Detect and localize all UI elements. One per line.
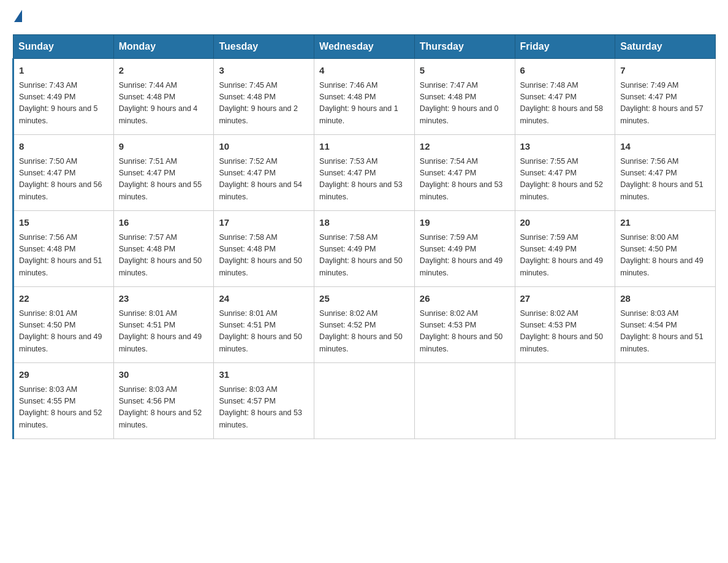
day-info: Sunrise: 8:03 AMSunset: 4:57 PMDaylight:… <box>219 384 309 432</box>
calendar-cell: 19Sunrise: 7:59 AMSunset: 4:49 PMDayligh… <box>414 211 515 287</box>
day-info: Sunrise: 7:59 AMSunset: 4:49 PMDaylight:… <box>520 232 610 280</box>
day-info: Sunrise: 8:00 AMSunset: 4:50 PMDaylight:… <box>620 232 710 280</box>
day-info: Sunrise: 8:01 AMSunset: 4:50 PMDaylight:… <box>19 308 108 356</box>
calendar-cell: 28Sunrise: 8:03 AMSunset: 4:54 PMDayligh… <box>615 287 716 363</box>
calendar-cell: 27Sunrise: 8:02 AMSunset: 4:53 PMDayligh… <box>515 287 615 363</box>
day-info: Sunrise: 7:56 AMSunset: 4:47 PMDaylight:… <box>620 156 710 204</box>
calendar-cell: 22Sunrise: 8:01 AMSunset: 4:50 PMDayligh… <box>13 287 114 363</box>
calendar-cell: 10Sunrise: 7:52 AMSunset: 4:47 PMDayligh… <box>214 135 314 211</box>
calendar-cell: 18Sunrise: 7:58 AMSunset: 4:49 PMDayligh… <box>314 211 415 287</box>
day-info: Sunrise: 8:03 AMSunset: 4:54 PMDaylight:… <box>620 308 710 356</box>
calendar-cell: 5Sunrise: 7:47 AMSunset: 4:48 PMDaylight… <box>414 59 515 135</box>
day-number: 26 <box>420 292 510 306</box>
day-number: 20 <box>520 216 610 230</box>
day-info: Sunrise: 7:49 AMSunset: 4:47 PMDaylight:… <box>620 80 710 128</box>
calendar-cell <box>414 363 515 439</box>
calendar-cell: 13Sunrise: 7:55 AMSunset: 4:47 PMDayligh… <box>515 135 615 211</box>
day-number: 7 <box>620 64 710 78</box>
page-header <box>12 12 716 22</box>
day-number: 17 <box>219 216 309 230</box>
day-info: Sunrise: 8:02 AMSunset: 4:52 PMDaylight:… <box>319 308 409 356</box>
day-info: Sunrise: 7:56 AMSunset: 4:48 PMDaylight:… <box>19 232 108 280</box>
col-header-thursday: Thursday <box>414 35 515 59</box>
day-number: 29 <box>19 368 108 382</box>
day-info: Sunrise: 7:43 AMSunset: 4:49 PMDaylight:… <box>19 80 108 128</box>
calendar-cell: 20Sunrise: 7:59 AMSunset: 4:49 PMDayligh… <box>515 211 615 287</box>
day-number: 30 <box>119 368 209 382</box>
day-info: Sunrise: 7:44 AMSunset: 4:48 PMDaylight:… <box>119 80 209 128</box>
day-number: 27 <box>520 292 610 306</box>
day-info: Sunrise: 8:02 AMSunset: 4:53 PMDaylight:… <box>520 308 610 356</box>
calendar-cell: 15Sunrise: 7:56 AMSunset: 4:48 PMDayligh… <box>13 211 114 287</box>
day-number: 15 <box>19 216 108 230</box>
logo <box>12 12 22 22</box>
calendar-cell: 29Sunrise: 8:03 AMSunset: 4:55 PMDayligh… <box>13 363 114 439</box>
calendar-cell: 21Sunrise: 8:00 AMSunset: 4:50 PMDayligh… <box>615 211 716 287</box>
calendar-cell: 14Sunrise: 7:56 AMSunset: 4:47 PMDayligh… <box>615 135 716 211</box>
calendar-week-1: 1Sunrise: 7:43 AMSunset: 4:49 PMDaylight… <box>13 59 716 135</box>
day-number: 16 <box>119 216 209 230</box>
day-info: Sunrise: 7:53 AMSunset: 4:47 PMDaylight:… <box>319 156 409 204</box>
day-info: Sunrise: 8:03 AMSunset: 4:55 PMDaylight:… <box>19 384 108 432</box>
day-number: 31 <box>219 368 309 382</box>
day-info: Sunrise: 7:45 AMSunset: 4:48 PMDaylight:… <box>219 80 309 128</box>
day-info: Sunrise: 7:59 AMSunset: 4:49 PMDaylight:… <box>420 232 510 280</box>
calendar-cell: 24Sunrise: 8:01 AMSunset: 4:51 PMDayligh… <box>214 287 314 363</box>
calendar-cell <box>615 363 716 439</box>
day-info: Sunrise: 7:58 AMSunset: 4:49 PMDaylight:… <box>319 232 409 280</box>
col-header-friday: Friday <box>515 35 615 59</box>
day-number: 18 <box>319 216 409 230</box>
day-number: 25 <box>319 292 409 306</box>
day-info: Sunrise: 8:01 AMSunset: 4:51 PMDaylight:… <box>219 308 309 356</box>
day-number: 8 <box>19 140 108 154</box>
day-number: 3 <box>219 64 309 78</box>
calendar-cell: 26Sunrise: 8:02 AMSunset: 4:53 PMDayligh… <box>414 287 515 363</box>
calendar-cell <box>515 363 615 439</box>
calendar-cell: 6Sunrise: 7:48 AMSunset: 4:47 PMDaylight… <box>515 59 615 135</box>
calendar-cell: 1Sunrise: 7:43 AMSunset: 4:49 PMDaylight… <box>13 59 114 135</box>
day-info: Sunrise: 7:55 AMSunset: 4:47 PMDaylight:… <box>520 156 610 204</box>
day-info: Sunrise: 7:46 AMSunset: 4:48 PMDaylight:… <box>319 80 409 128</box>
day-number: 6 <box>520 64 610 78</box>
day-info: Sunrise: 7:52 AMSunset: 4:47 PMDaylight:… <box>219 156 309 204</box>
day-number: 21 <box>620 216 710 230</box>
calendar-cell: 17Sunrise: 7:58 AMSunset: 4:48 PMDayligh… <box>214 211 314 287</box>
day-info: Sunrise: 7:47 AMSunset: 4:48 PMDaylight:… <box>420 80 510 128</box>
col-header-sunday: Sunday <box>13 35 114 59</box>
col-header-wednesday: Wednesday <box>314 35 415 59</box>
calendar-cell <box>314 363 415 439</box>
day-number: 28 <box>620 292 710 306</box>
calendar-week-5: 29Sunrise: 8:03 AMSunset: 4:55 PMDayligh… <box>13 363 716 439</box>
day-number: 9 <box>119 140 209 154</box>
day-number: 23 <box>119 292 209 306</box>
day-number: 14 <box>620 140 710 154</box>
calendar-week-4: 22Sunrise: 8:01 AMSunset: 4:50 PMDayligh… <box>13 287 716 363</box>
col-header-monday: Monday <box>113 35 214 59</box>
day-number: 19 <box>420 216 510 230</box>
calendar-cell: 8Sunrise: 7:50 AMSunset: 4:47 PMDaylight… <box>13 135 114 211</box>
day-number: 24 <box>219 292 309 306</box>
calendar-cell: 4Sunrise: 7:46 AMSunset: 4:48 PMDaylight… <box>314 59 415 135</box>
day-info: Sunrise: 7:48 AMSunset: 4:47 PMDaylight:… <box>520 80 610 128</box>
calendar-cell: 25Sunrise: 8:02 AMSunset: 4:52 PMDayligh… <box>314 287 415 363</box>
calendar-week-3: 15Sunrise: 7:56 AMSunset: 4:48 PMDayligh… <box>13 211 716 287</box>
day-info: Sunrise: 8:01 AMSunset: 4:51 PMDaylight:… <box>119 308 209 356</box>
day-info: Sunrise: 7:50 AMSunset: 4:47 PMDaylight:… <box>19 156 108 204</box>
day-info: Sunrise: 7:54 AMSunset: 4:47 PMDaylight:… <box>420 156 510 204</box>
calendar-cell: 31Sunrise: 8:03 AMSunset: 4:57 PMDayligh… <box>214 363 314 439</box>
day-number: 10 <box>219 140 309 154</box>
calendar-table: SundayMondayTuesdayWednesdayThursdayFrid… <box>12 34 716 439</box>
day-number: 2 <box>119 64 209 78</box>
calendar-cell: 3Sunrise: 7:45 AMSunset: 4:48 PMDaylight… <box>214 59 314 135</box>
day-number: 22 <box>19 292 108 306</box>
calendar-cell: 2Sunrise: 7:44 AMSunset: 4:48 PMDaylight… <box>113 59 214 135</box>
day-info: Sunrise: 7:58 AMSunset: 4:48 PMDaylight:… <box>219 232 309 280</box>
calendar-header: SundayMondayTuesdayWednesdayThursdayFrid… <box>13 35 716 59</box>
calendar-week-2: 8Sunrise: 7:50 AMSunset: 4:47 PMDaylight… <box>13 135 716 211</box>
day-number: 5 <box>420 64 510 78</box>
day-info: Sunrise: 8:03 AMSunset: 4:56 PMDaylight:… <box>119 384 209 432</box>
day-info: Sunrise: 7:51 AMSunset: 4:47 PMDaylight:… <box>119 156 209 204</box>
calendar-cell: 7Sunrise: 7:49 AMSunset: 4:47 PMDaylight… <box>615 59 716 135</box>
calendar-cell: 23Sunrise: 8:01 AMSunset: 4:51 PMDayligh… <box>113 287 214 363</box>
day-number: 4 <box>319 64 409 78</box>
